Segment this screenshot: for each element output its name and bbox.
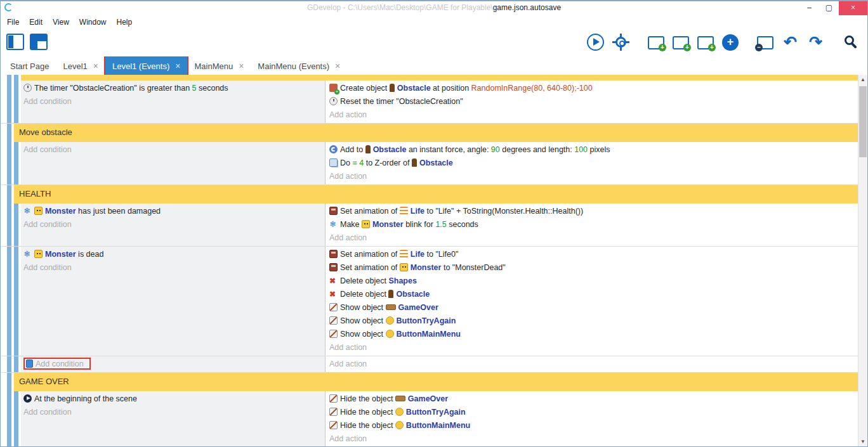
event-indent-bar bbox=[14, 391, 18, 446]
object-link[interactable]: Obstacle bbox=[419, 159, 453, 167]
text: Reset the timer bbox=[340, 97, 396, 106]
action-line[interactable]: Delete object Shapes bbox=[329, 275, 854, 288]
redo-icon[interactable] bbox=[807, 34, 824, 51]
event-group-header[interactable]: GAME OVER bbox=[14, 373, 858, 391]
tab-start-page[interactable]: Start Page bbox=[3, 56, 56, 75]
vertical-scrollbar[interactable]: ▲ ▼ bbox=[858, 75, 867, 446]
condition-line[interactable]: Monster is dead bbox=[23, 248, 322, 261]
add-action-button[interactable]: Add action bbox=[329, 170, 854, 183]
text: seconds bbox=[447, 220, 478, 229]
object-link[interactable]: Monster bbox=[45, 250, 76, 259]
conditions-column: At the beginning of the sceneAdd conditi… bbox=[21, 391, 326, 446]
action-line[interactable]: Make Monster blink for 1.5 seconds bbox=[329, 218, 854, 231]
object-link[interactable]: Obstacle bbox=[396, 290, 430, 299]
show-icon bbox=[329, 303, 338, 311]
add-condition-button[interactable]: Add condition bbox=[23, 218, 322, 231]
selected-event-icon bbox=[26, 360, 33, 368]
object-link[interactable]: Life bbox=[411, 250, 424, 259]
add-condition-button[interactable]: Add condition bbox=[23, 261, 322, 275]
object-link[interactable]: Monster bbox=[45, 207, 76, 216]
add-action-button[interactable]: Add action bbox=[329, 358, 854, 371]
event-group-header[interactable]: Move obstacle bbox=[14, 124, 858, 142]
debugger-icon[interactable] bbox=[612, 34, 629, 51]
object-link[interactable]: Monster bbox=[372, 220, 404, 229]
object-link[interactable]: Life bbox=[411, 207, 424, 216]
add-scene-icon[interactable] bbox=[648, 36, 664, 49]
object-link[interactable]: Obstacle bbox=[397, 84, 431, 93]
tab-level1[interactable]: Level1× bbox=[56, 56, 105, 75]
action-line[interactable]: Hide the object GameOver bbox=[329, 392, 854, 406]
annotation-box: Add condition bbox=[23, 358, 91, 370]
actions-column: Create object Obstacle at position Rando… bbox=[326, 81, 858, 123]
add-new-icon[interactable] bbox=[722, 34, 739, 51]
event-indent-bar bbox=[7, 142, 11, 185]
animation-icon bbox=[329, 263, 338, 271]
action-line[interactable]: Set animation of Monster to "MonsterDead… bbox=[329, 261, 854, 275]
scroll-up-icon[interactable]: ▲ bbox=[858, 75, 867, 84]
action-line[interactable]: Do = 4 to Z-order of Obstacle bbox=[329, 157, 854, 170]
maximize-button[interactable]: ▢ bbox=[819, 1, 839, 15]
menu-bar: FileEditViewWindowHelp bbox=[1, 15, 867, 29]
tab-close-icon[interactable]: × bbox=[93, 61, 98, 71]
actions-column: Set animation of Life to "Life" + ToStri… bbox=[326, 204, 858, 246]
add-action-button[interactable]: Add action bbox=[329, 341, 854, 354]
object-link[interactable]: ButtonTryAgain bbox=[397, 316, 456, 325]
action-line[interactable]: Add to Obstacle an instant force, angle:… bbox=[329, 143, 854, 157]
tab-mainmenu-events[interactable]: MainMenu (Events)× bbox=[251, 56, 347, 75]
search-icon[interactable] bbox=[843, 34, 860, 51]
tab-close-icon[interactable]: × bbox=[335, 61, 340, 71]
project-manager-icon[interactable] bbox=[6, 34, 24, 50]
close-button[interactable]: × bbox=[839, 1, 867, 15]
text: Show object bbox=[340, 303, 386, 312]
add-condition-button[interactable]: Add condition bbox=[23, 143, 322, 157]
object-link[interactable]: Monster bbox=[411, 263, 442, 272]
tab-mainmenu[interactable]: MainMenu× bbox=[187, 56, 251, 75]
object-link[interactable]: Shapes bbox=[388, 276, 416, 285]
action-line[interactable]: Show object ButtonTryAgain bbox=[329, 314, 854, 328]
action-line[interactable]: Hide the object ButtonTryAgain bbox=[329, 406, 854, 419]
tab-close-icon[interactable]: × bbox=[239, 61, 244, 71]
condition-line[interactable]: At the beginning of the scene bbox=[23, 392, 322, 406]
tab-level1-events[interactable]: Level1 (Events)× bbox=[105, 56, 188, 75]
add-action-button[interactable]: Add action bbox=[329, 108, 854, 122]
object-link[interactable]: GameOver bbox=[398, 303, 438, 312]
menu-item-edit[interactable]: Edit bbox=[24, 18, 48, 27]
action-line[interactable]: Set animation of Life to "Life0" bbox=[329, 248, 854, 261]
menu-item-window[interactable]: Window bbox=[74, 18, 112, 27]
start-page-icon[interactable] bbox=[30, 34, 48, 50]
add-external-events-icon[interactable] bbox=[673, 36, 689, 49]
action-line[interactable]: Reset the timer "ObstacleCreation" bbox=[329, 95, 854, 108]
object-link[interactable]: ButtonMainMenu bbox=[397, 330, 461, 339]
object-link[interactable]: Obstacle bbox=[373, 145, 407, 154]
object-link[interactable]: ButtonTryAgain bbox=[406, 408, 466, 417]
add-condition-button[interactable]: Add condition bbox=[23, 406, 322, 419]
object-link[interactable]: GameOver bbox=[408, 394, 448, 403]
menu-item-help[interactable]: Help bbox=[112, 18, 138, 27]
menu-item-view[interactable]: View bbox=[48, 18, 74, 27]
scroll-down-icon[interactable]: ▼ bbox=[858, 437, 867, 446]
add-condition-button[interactable]: Add condition bbox=[23, 95, 322, 108]
action-line[interactable]: Show object ButtonMainMenu bbox=[329, 328, 854, 341]
menu-item-file[interactable]: File bbox=[2, 18, 24, 27]
add-action-button[interactable]: Add action bbox=[329, 432, 854, 446]
condition-line[interactable]: The timer "ObstacleCreation" is greater … bbox=[23, 82, 322, 95]
preview-icon[interactable] bbox=[587, 34, 604, 51]
minimize-button[interactable]: – bbox=[799, 1, 819, 15]
tab-close-icon[interactable]: × bbox=[175, 61, 180, 71]
event-group-header[interactable]: HEALTH bbox=[14, 185, 858, 204]
action-line[interactable]: Show object GameOver bbox=[329, 301, 854, 314]
z-order-icon bbox=[329, 159, 338, 167]
gameover-icon bbox=[386, 304, 396, 310]
add-external-layout-icon[interactable] bbox=[697, 36, 714, 49]
object-link[interactable]: ButtonMainMenu bbox=[406, 421, 470, 430]
add-condition-button[interactable]: Add condition bbox=[23, 358, 322, 371]
undo-icon[interactable] bbox=[782, 34, 799, 51]
action-line[interactable]: Hide the object ButtonMainMenu bbox=[329, 419, 854, 432]
action-line[interactable]: Delete object Obstacle bbox=[329, 288, 854, 301]
add-action-button[interactable]: Add action bbox=[329, 231, 854, 245]
scroll-thumb[interactable] bbox=[859, 86, 867, 157]
remove-scene-icon[interactable] bbox=[757, 36, 773, 49]
condition-line[interactable]: Monster has just been damaged bbox=[23, 205, 322, 218]
action-line[interactable]: Create object Obstacle at position Rando… bbox=[329, 82, 854, 95]
action-line[interactable]: Set animation of Life to "Life" + ToStri… bbox=[329, 205, 854, 218]
